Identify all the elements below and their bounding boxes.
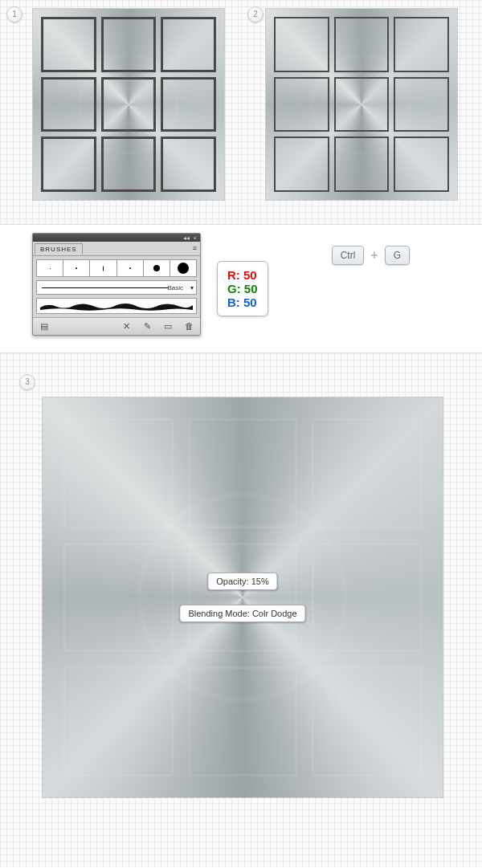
big-preview-wrap: Opacity: 15% Blending Mode: Colr Dodge bbox=[0, 353, 482, 867]
tile bbox=[188, 418, 298, 528]
overlay-pill-group: Opacity: 15% Blending Mode: Colr Dodge bbox=[179, 573, 305, 622]
tile bbox=[101, 77, 157, 132]
plus-icon: + bbox=[370, 248, 378, 263]
tile bbox=[161, 137, 216, 192]
tab-brushes[interactable]: BRUSHES bbox=[35, 243, 83, 255]
preview-step-2: 2 bbox=[241, 0, 482, 224]
g-key: G bbox=[385, 246, 410, 265]
rgb-g-value: G: 50 bbox=[227, 282, 258, 295]
tile bbox=[101, 17, 157, 72]
tile bbox=[312, 543, 422, 653]
opacity-pill: Opacity: 15% bbox=[207, 573, 277, 590]
tile-grid-1 bbox=[41, 17, 216, 192]
brush-swatch[interactable] bbox=[37, 260, 63, 276]
brush-swatch[interactable] bbox=[144, 260, 170, 276]
tile bbox=[41, 17, 96, 72]
tile bbox=[63, 543, 174, 653]
step-badge-1: 1 bbox=[6, 6, 22, 22]
tile bbox=[274, 137, 329, 192]
ctrl-key: Ctrl bbox=[332, 246, 365, 265]
collapse-icon[interactable]: ◂◂ bbox=[183, 234, 190, 242]
options-icon[interactable]: ✎ bbox=[141, 321, 153, 332]
tile bbox=[41, 77, 96, 132]
trash-icon[interactable]: 🗑 bbox=[182, 321, 195, 332]
new-brush-icon[interactable]: ▭ bbox=[161, 321, 174, 332]
tile bbox=[63, 666, 174, 776]
tile bbox=[334, 17, 390, 72]
tile bbox=[334, 77, 390, 132]
tile bbox=[274, 17, 329, 72]
tile bbox=[41, 137, 96, 192]
step-badge-2: 2 bbox=[247, 6, 263, 22]
metal-plate-1 bbox=[32, 8, 225, 201]
settings-strip: ◂◂ × BRUSHES ≡ Basic ▾ ▤ ✕ bbox=[0, 225, 482, 353]
shortcut-keys: Ctrl + G bbox=[332, 246, 410, 265]
art-brush-row[interactable] bbox=[36, 298, 197, 314]
tile bbox=[161, 77, 216, 132]
brush-size-row bbox=[36, 259, 197, 277]
blending-mode-pill: Blending Mode: Colr Dodge bbox=[179, 605, 305, 622]
rgb-b-value: B: 50 bbox=[227, 295, 258, 309]
preview-row-top: 1 2 bbox=[0, 0, 482, 225]
panel-menu-icon[interactable]: ≡ bbox=[193, 244, 197, 252]
tile bbox=[312, 418, 422, 528]
tile bbox=[101, 137, 157, 192]
step-badge-3: 3 bbox=[19, 374, 35, 390]
panel-tab-bar: BRUSHES ≡ bbox=[33, 242, 200, 256]
tile bbox=[334, 137, 390, 192]
rgb-r-value: R: 50 bbox=[227, 268, 258, 282]
tile bbox=[161, 17, 216, 72]
brush-swatch[interactable] bbox=[170, 260, 196, 276]
remove-stroke-icon[interactable]: ✕ bbox=[120, 321, 133, 332]
basic-label: Basic bbox=[167, 284, 183, 291]
panel-topbar[interactable]: ◂◂ × bbox=[33, 234, 200, 242]
library-icon[interactable]: ▤ bbox=[38, 321, 51, 332]
tile bbox=[312, 666, 422, 776]
metal-plate-3: Opacity: 15% Blending Mode: Colr Dodge bbox=[42, 397, 443, 798]
rgb-values-box: R: 50 G: 50 B: 50 bbox=[217, 261, 268, 316]
close-icon[interactable]: × bbox=[193, 234, 197, 242]
tile bbox=[394, 77, 449, 132]
brush-swatch[interactable] bbox=[117, 260, 144, 276]
tile bbox=[188, 666, 298, 776]
metal-plate-2 bbox=[265, 8, 458, 201]
tile bbox=[63, 418, 174, 528]
panel-footer: ▤ ✕ ✎ ▭ 🗑 bbox=[33, 317, 200, 335]
tile bbox=[394, 137, 449, 192]
tile bbox=[394, 17, 449, 72]
preview-step-1: 1 bbox=[0, 0, 241, 224]
brush-swatch[interactable] bbox=[63, 260, 90, 276]
tile-grid-2 bbox=[274, 17, 449, 192]
brushes-panel[interactable]: ◂◂ × BRUSHES ≡ Basic ▾ ▤ ✕ bbox=[32, 233, 201, 336]
chevron-down-icon[interactable]: ▾ bbox=[190, 284, 194, 291]
artbrush-icon bbox=[40, 300, 193, 312]
brush-swatch[interactable] bbox=[90, 260, 116, 276]
preview-row-bottom: 3 Opacity: 15% Blending Mode: Colr Dodge bbox=[0, 353, 482, 867]
tile bbox=[274, 77, 329, 132]
stroke-preview-line bbox=[42, 287, 169, 288]
basic-stroke-row[interactable]: Basic ▾ bbox=[36, 280, 197, 295]
